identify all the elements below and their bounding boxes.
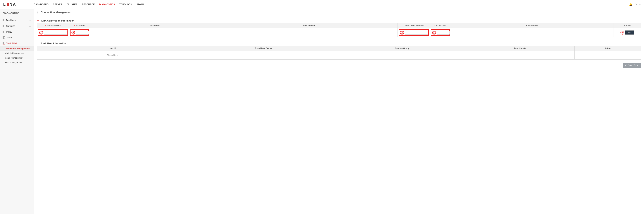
sidebar-item-label: Trace — [6, 36, 12, 39]
logo: L NA — [3, 2, 34, 6]
col-owner: TunA User Owner — [188, 46, 339, 51]
logo-right: NA — [10, 2, 16, 6]
section1-head: — TunA Connection Information — [37, 19, 641, 22]
col-udp-port: UDP Port — [90, 23, 220, 28]
nav-admin[interactable]: ADMIN — [136, 3, 144, 6]
panel-icon — [2, 25, 5, 27]
annotation-num-2: ② — [72, 31, 75, 34]
sidebar-item-statistics[interactable]: Statistics ︿ — [0, 23, 34, 29]
sub-module-management[interactable]: Module Management — [5, 51, 34, 56]
col-action: Action — [614, 23, 641, 28]
gear-icon[interactable]: ⚙ — [635, 3, 637, 6]
chevron-down-icon: ﹀ — [29, 42, 31, 45]
udp-port-cell — [90, 28, 220, 37]
logout-icon[interactable]: ⎋ — [639, 3, 641, 6]
connection-table: *TunA Address *TCP Port UDP Port TunA Ve… — [37, 23, 641, 37]
annotation-num-5: ⑤ — [620, 31, 624, 34]
sidebar: DIAGNOSTICS Dashboard ︿ Statistics ︿ Pol… — [0, 9, 34, 214]
tcp-port-input[interactable] — [76, 31, 89, 34]
tuna-version-cell — [220, 28, 398, 37]
chevron-up-icon: ︿ — [29, 31, 31, 33]
sidebar-item-label: Dashboard — [6, 19, 17, 21]
sub-connection-management[interactable]: Connection Management — [0, 46, 34, 51]
last-update-cell — [451, 28, 614, 37]
nav-topology[interactable]: TOPOLOGY — [119, 3, 132, 6]
col-tuna-version: TunA Version — [220, 23, 398, 28]
chevron-up-icon: ︿ — [29, 36, 31, 39]
collapse-icon[interactable]: — — [37, 19, 39, 22]
panel-icon — [2, 31, 5, 33]
col-last-update: Last Update — [451, 23, 614, 28]
annotation-5: ⑤ Save — [620, 30, 634, 34]
owner-cell — [188, 51, 339, 60]
top-nav: DASHBOARD SERVER CLUSTER RESOURCE DIAGNO… — [34, 3, 629, 6]
col-system-group: System Group — [339, 46, 466, 51]
sidebar-item-label: Policy — [6, 30, 12, 33]
nav-dashboard[interactable]: DASHBOARD — [34, 3, 48, 6]
section2-title: TunA User Information — [40, 42, 66, 45]
tuna-address-input[interactable] — [44, 31, 68, 34]
logo-left: L — [3, 2, 6, 6]
nav-diagnostics[interactable]: DIAGNOSTICS — [99, 3, 115, 6]
annotation-num-3: ③ — [400, 31, 404, 34]
open-tuna-button[interactable]: ✔ Open TunA — [622, 63, 641, 68]
topbar: L NA DASHBOARD SERVER CLUSTER RESOURCE D… — [0, 0, 644, 9]
panel-icon — [2, 36, 5, 39]
tuna-web-address-input[interactable] — [405, 31, 428, 34]
user-table: User ID TunA User Owner System Group Las… — [37, 46, 641, 60]
nav-server[interactable]: SERVER — [53, 3, 62, 6]
sidebar-item-tuna-apm[interactable]: TunA APM ﹀ — [0, 40, 34, 46]
back-icon[interactable]: ❮ — [37, 11, 38, 13]
connection-row: ① ② — [37, 28, 641, 37]
sidebar-item-dashboard[interactable]: Dashboard ︿ — [0, 17, 34, 23]
annotation-num-4: ④ — [432, 31, 436, 34]
sidebar-submenu: Connection Management Module Management … — [0, 46, 34, 65]
sub-host-management[interactable]: Host Management — [5, 60, 34, 65]
annotation-4: ④ — [431, 29, 450, 36]
nav-resource[interactable]: RESOURCE — [82, 3, 94, 6]
nav-cluster[interactable]: CLUSTER — [67, 3, 77, 6]
sidebar-title: DIAGNOSTICS — [0, 9, 34, 17]
col-tuna-address: *TunA Address — [37, 23, 69, 28]
logo-bars-icon — [6, 3, 9, 6]
action2-cell — [574, 51, 641, 60]
col-last-update2: Last Update — [466, 46, 574, 51]
annotation-num-1: ① — [39, 31, 43, 34]
panel-icon — [2, 42, 5, 44]
page-title: Connection Management — [41, 11, 71, 14]
sidebar-item-label: Statistics — [6, 25, 15, 27]
check-icon: ✔ — [625, 64, 627, 66]
check-user-button[interactable]: Check User — [105, 53, 120, 57]
annotation-1: ① — [38, 29, 68, 36]
system-group-cell — [339, 51, 466, 60]
page-head: ❮ Connection Management — [34, 9, 644, 16]
save-button[interactable]: Save — [625, 30, 634, 34]
col-http-port: *HTTP Port — [430, 23, 451, 28]
chevron-up-icon: ︿ — [29, 19, 31, 21]
col-tuna-web-address: *TunA Web Address — [398, 23, 430, 28]
collapse-icon[interactable]: — — [37, 42, 39, 45]
section1-title: TunA Connection Information — [40, 19, 74, 22]
top-icons: 🔔 ⚙ ⎋ — [629, 3, 641, 6]
open-tuna-label: Open TunA — [628, 64, 638, 66]
bell-icon[interactable]: 🔔 — [629, 3, 632, 6]
annotation-3: ③ — [399, 29, 429, 36]
main: ❮ Connection Management — TunA Connectio… — [34, 9, 644, 214]
section2-head: — TunA User Information — [37, 42, 641, 45]
user-row: Check User — [37, 51, 641, 60]
sidebar-item-trace[interactable]: Trace ︿ — [0, 35, 34, 40]
last-update2-cell — [466, 51, 574, 60]
panel-icon — [2, 19, 5, 21]
sidebar-item-policy[interactable]: Policy ︿ — [0, 29, 34, 35]
col-user-id: User ID — [37, 46, 188, 51]
http-port-input[interactable] — [437, 31, 450, 34]
sub-install-management[interactable]: Install Management — [5, 56, 34, 60]
col-tcp-port: *TCP Port — [69, 23, 90, 28]
chevron-up-icon: ︿ — [29, 25, 31, 27]
annotation-2: ② — [70, 29, 89, 36]
col-action2: Action — [574, 46, 641, 51]
sidebar-item-label: TunA APM — [6, 42, 17, 45]
